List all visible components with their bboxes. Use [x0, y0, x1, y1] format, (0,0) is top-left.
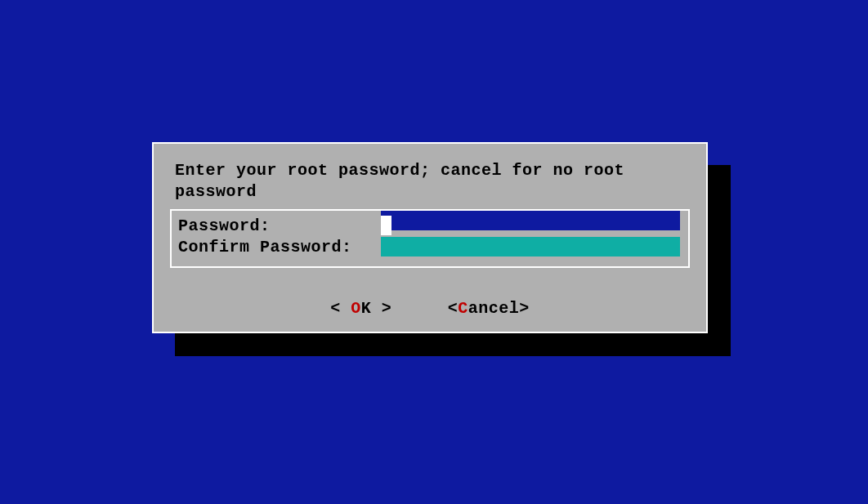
password-label: Password: — [178, 216, 271, 235]
password-dialog: Enter your root password; cancel for no … — [152, 142, 708, 333]
ok-button[interactable]: < OK > — [330, 299, 391, 318]
fields-frame: Password: Confirm Password: — [170, 209, 690, 268]
dialog-frame: Enter your root password; cancel for no … — [152, 142, 708, 333]
bracket-close-icon: > — [519, 299, 530, 318]
text-cursor — [381, 216, 391, 235]
confirm-row: Confirm Password: — [178, 237, 352, 256]
password-row: Password: — [178, 216, 271, 235]
confirm-password-label: Confirm Password: — [178, 238, 352, 256]
bracket-open-icon: < — [448, 299, 459, 318]
confirm-password-input[interactable] — [381, 237, 680, 256]
bracket-open-icon: < — [330, 299, 341, 318]
dialog-prompt: Enter your root password; cancel for no … — [175, 160, 685, 203]
password-input[interactable] — [381, 211, 680, 230]
bracket-close-icon: > — [382, 299, 392, 318]
button-bar: < OK > <Cancel> — [154, 299, 706, 318]
cancel-button[interactable]: <Cancel> — [448, 299, 530, 318]
